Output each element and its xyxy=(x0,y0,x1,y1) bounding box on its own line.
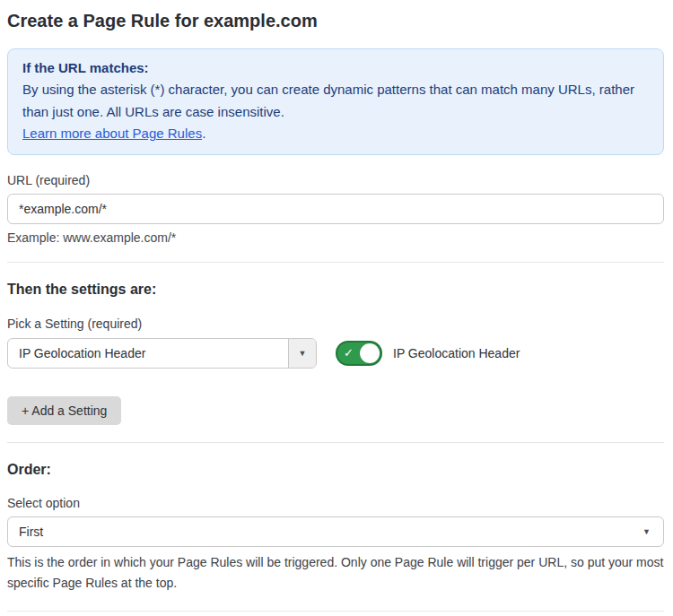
settings-section-heading: Then the settings are: xyxy=(7,282,664,298)
chevron-down-icon: ▼ xyxy=(299,350,307,358)
url-field-label: URL (required) xyxy=(7,173,664,187)
url-input[interactable] xyxy=(7,194,664,224)
add-setting-button[interactable]: + Add a Setting xyxy=(7,396,121,425)
setting-row: IP Geolocation Header ▼ ✓ IP Geolocation… xyxy=(7,338,664,369)
order-select-value: First xyxy=(19,525,642,539)
setting-select-value: IP Geolocation Header xyxy=(8,339,288,368)
url-matches-info-box: If the URL matches: By using the asteris… xyxy=(7,48,664,155)
divider xyxy=(7,262,664,263)
order-section-heading: Order: xyxy=(7,462,664,478)
toggle-knob xyxy=(360,343,380,363)
page-title: Create a Page Rule for example.com xyxy=(7,11,664,31)
info-box-link-line: Learn more about Page Rules. xyxy=(22,123,649,144)
url-example-hint: Example: www.example.com/* xyxy=(7,230,664,245)
toggle-label: IP Geolocation Header xyxy=(393,346,520,360)
order-select-label: Select option xyxy=(7,496,664,510)
link-period: . xyxy=(202,126,205,141)
divider xyxy=(7,611,664,612)
learn-more-link[interactable]: Learn more about Page Rules xyxy=(22,126,202,141)
setting-select[interactable]: IP Geolocation Header ▼ xyxy=(7,338,317,369)
pick-setting-label: Pick a Setting (required) xyxy=(7,317,664,331)
ip-geolocation-toggle[interactable]: ✓ xyxy=(336,341,382,366)
info-box-heading: If the URL matches: xyxy=(22,57,649,79)
chevron-down-icon: ▼ xyxy=(642,528,651,536)
order-help-text: This is the order in which your Page Rul… xyxy=(7,552,664,594)
check-icon: ✓ xyxy=(344,346,354,360)
info-box-body: By using the asterisk (*) character, you… xyxy=(22,79,649,123)
order-select[interactable]: First ▼ xyxy=(7,516,664,547)
divider xyxy=(7,442,664,443)
setting-select-caret-button[interactable]: ▼ xyxy=(288,339,316,368)
